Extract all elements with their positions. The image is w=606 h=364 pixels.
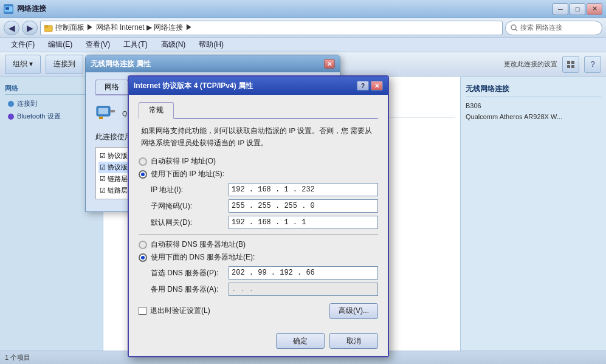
svg-rect-1 xyxy=(5,7,9,10)
manual-ip-row[interactable]: 使用下面的 IP 地址(S): xyxy=(139,169,378,179)
menu-tools[interactable]: 工具(T) xyxy=(117,38,153,51)
dialog2-help-button[interactable]: ? xyxy=(357,81,369,91)
view-toggle-button[interactable] xyxy=(562,56,579,73)
auto-dns-label: 自动获得 DNS 服务器地址(B) xyxy=(151,239,246,250)
tab-general[interactable]: 常规 xyxy=(139,102,174,119)
menu-file[interactable]: 文件(F) xyxy=(5,38,41,51)
auto-ip-radio[interactable] xyxy=(139,157,147,166)
search-icon xyxy=(511,24,518,32)
gateway-input[interactable]: 192 . 168 . 1 . 1 xyxy=(229,216,378,229)
window-title: 网络连接 xyxy=(17,4,46,14)
validate-advanced-row: 退出时验证设置(L) 高级(V)... xyxy=(139,301,378,321)
close-button[interactable]: ✕ xyxy=(587,3,602,15)
validate-label: 退出时验证设置(L) xyxy=(150,306,210,316)
gateway-row: 默认网关(D): 192 . 168 . 1 . 1 xyxy=(151,216,378,229)
help-button[interactable]: ? xyxy=(584,56,601,73)
preferred-dns-input[interactable]: 202 . 99 . 192 . 66 xyxy=(229,266,378,280)
svg-rect-22 xyxy=(98,108,108,114)
auto-ip-row[interactable]: 自动获得 IP 地址(O) xyxy=(139,156,378,167)
svg-rect-23 xyxy=(110,110,115,112)
preferred-dns-row: 首选 DNS 服务器(P): 202 . 99 . 192 . 66 xyxy=(151,266,378,280)
ok-button[interactable]: 确定 xyxy=(276,333,325,349)
nav-path-text: 控制面板 ▶ 网络和 Internet ▶ 网络连接 ▶ xyxy=(55,22,193,33)
dialog2-body: 常规 如果网络支持此功能，则可以获取自动指派的 IP 设置。否则，您 需要从网络… xyxy=(129,95,388,328)
ip-address-row: IP 地址(I): 192 . 168 . 1 . 232 xyxy=(151,183,378,196)
right-panel-line2: Qualcomm Atheros AR928X W... xyxy=(466,112,601,123)
status-text: 1 个项目 xyxy=(5,353,30,362)
maximize-button[interactable]: □ xyxy=(570,3,585,15)
search-bar[interactable]: 搜索 网络连接 xyxy=(505,21,602,35)
menu-advanced[interactable]: 高级(N) xyxy=(155,38,192,51)
dialog2-footer: 确定 取消 xyxy=(129,328,388,356)
title-bar: 网络连接 ─ □ ✕ xyxy=(0,0,606,18)
svg-rect-8 xyxy=(571,61,574,64)
dialog2-tab-bar: 常规 xyxy=(139,102,378,119)
subnet-label: 子网掩码(U): xyxy=(151,201,224,211)
toolbar-right: 更改此连接的设置 ? xyxy=(504,56,601,73)
manual-ip-radio[interactable] xyxy=(139,170,147,179)
manual-dns-radio[interactable] xyxy=(139,253,147,262)
dns-radio-group: 自动获得 DNS 服务器地址(B) 使用下面的 DNS 服务器地址(E): xyxy=(139,239,378,263)
address-bar[interactable]: 控制面板 ▶ 网络和 Internet ▶ 网络连接 ▶ xyxy=(40,21,503,35)
forward-button[interactable]: ▶ xyxy=(22,21,38,35)
dialog1-close-button[interactable]: ✕ xyxy=(324,59,335,69)
organize-button[interactable]: 组织 ▾ xyxy=(5,55,41,74)
svg-rect-24 xyxy=(99,117,103,119)
dialog1-title-text: 无线网络连接 属性 xyxy=(91,59,151,69)
preferred-dns-label: 首选 DNS 服务器(P): xyxy=(151,268,224,278)
dialog1-tab-network[interactable]: 网络 xyxy=(95,80,128,94)
svg-rect-7 xyxy=(567,61,570,64)
manual-dns-label: 使用下面的 DNS 服务器地址(E): xyxy=(151,252,255,263)
menu-bar: 文件(F) 编辑(E) 查看(V) 工具(T) 高级(N) 帮助(H) xyxy=(0,38,606,52)
validate-checkbox-row: 退出时验证设置(L) xyxy=(139,306,210,316)
auto-ip-group: 自动获得 IP 地址(O) 使用下面的 IP 地址(S): xyxy=(139,156,378,179)
folder-icon xyxy=(44,24,53,32)
advanced-button[interactable]: 高级(V)... xyxy=(329,303,378,319)
title-bar-left: 网络连接 xyxy=(4,4,46,14)
svg-rect-10 xyxy=(571,65,574,68)
svg-point-11 xyxy=(8,101,14,107)
alternate-dns-input[interactable]: . . . xyxy=(229,283,378,296)
alternate-dns-row: 备用 DNS 服务器(A): . . . xyxy=(151,283,378,296)
dialog1-title-buttons: ✕ xyxy=(324,59,335,69)
svg-rect-9 xyxy=(567,65,570,68)
back-button[interactable]: ◀ xyxy=(4,21,19,35)
right-panel-title: 无线网络连接 xyxy=(466,81,601,97)
sidebar-item-bluetooth[interactable]: Bluetooth 设置 xyxy=(5,110,98,123)
ip-label: IP 地址(I): xyxy=(151,185,224,195)
connect-to-button[interactable]: 连接到 xyxy=(46,55,83,74)
auto-dns-radio[interactable] xyxy=(139,241,147,249)
adapter-icon xyxy=(95,103,117,125)
search-placeholder: 搜索 网络连接 xyxy=(520,23,562,32)
manual-dns-row[interactable]: 使用下面的 DNS 服务器地址(E): xyxy=(139,252,378,263)
dialog2-title-buttons: ? ✕ xyxy=(357,81,383,91)
ip-fields-group: IP 地址(I): 192 . 168 . 1 . 232 子网掩码(U): 2… xyxy=(151,183,378,229)
manual-ip-label: 使用下面的 IP 地址(S): xyxy=(151,169,224,179)
menu-edit[interactable]: 编辑(E) xyxy=(42,38,78,51)
sidebar-item-connect[interactable]: 连接到 xyxy=(5,97,98,110)
sidebar-section-title: 网络 xyxy=(5,81,98,95)
minimize-button[interactable]: ─ xyxy=(553,3,568,15)
subnet-row: 子网掩码(U): 255 . 255 . 255 . 0 xyxy=(151,199,378,213)
dialog2-title-bar: Internet 协议版本 4 (TCP/IPv4) 属性 ? ✕ xyxy=(129,77,388,95)
cancel-button[interactable]: 取消 xyxy=(329,333,378,349)
svg-line-6 xyxy=(515,29,517,31)
dialog2-close-button[interactable]: ✕ xyxy=(371,81,383,91)
auto-ip-label: 自动获得 IP 地址(O) xyxy=(151,156,216,167)
gateway-label: 默认网关(D): xyxy=(151,218,224,228)
menu-help[interactable]: 帮助(H) xyxy=(193,38,230,51)
svg-point-12 xyxy=(8,114,14,120)
dialog2-title-text: Internet 协议版本 4 (TCP/IPv4) 属性 xyxy=(134,81,253,91)
change-settings-label[interactable]: 更改此连接的设置 xyxy=(504,60,557,69)
auto-dns-row[interactable]: 自动获得 DNS 服务器地址(B) xyxy=(139,239,378,250)
title-bar-buttons: ─ □ ✕ xyxy=(553,3,602,15)
ip-input[interactable]: 192 . 168 . 1 . 232 xyxy=(229,183,378,196)
nav-bar: ◀ ▶ 控制面板 ▶ 网络和 Internet ▶ 网络连接 ▶ 搜索 网络连接 xyxy=(0,18,606,38)
svg-point-5 xyxy=(511,25,516,30)
validate-checkbox[interactable] xyxy=(139,307,146,315)
menu-view[interactable]: 查看(V) xyxy=(80,38,116,51)
dialog1-title-bar: 无线网络连接 属性 ✕ xyxy=(86,55,340,72)
window-icon xyxy=(4,4,13,14)
subnet-input[interactable]: 255 . 255 . 255 . 0 xyxy=(229,199,378,213)
dns-fields-group: 首选 DNS 服务器(P): 202 . 99 . 192 . 66 备用 DN… xyxy=(151,266,378,296)
